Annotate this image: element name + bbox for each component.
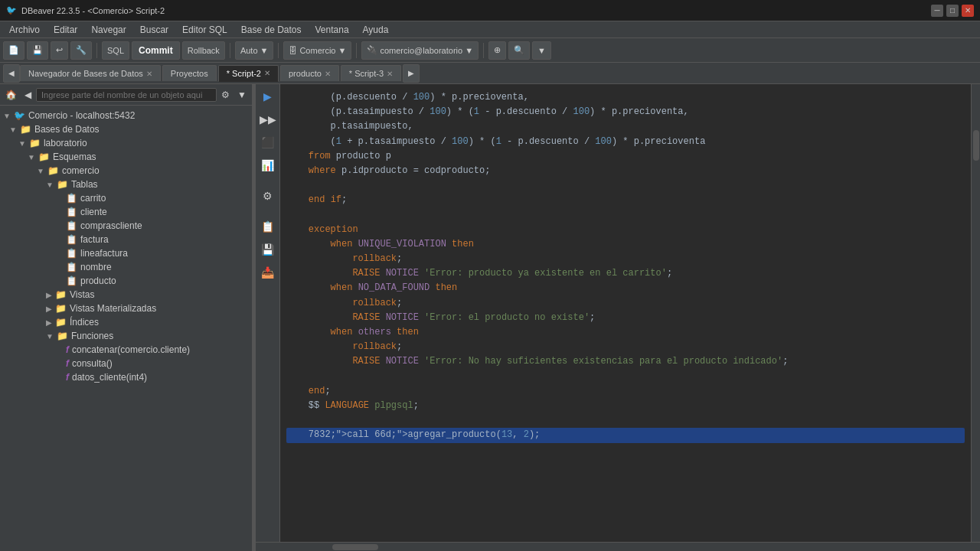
explain-button[interactable]: 📊: [259, 156, 277, 174]
tab-4[interactable]: * Script-3✕: [341, 65, 401, 81]
tree-item-19[interactable]: fdatos_cliente(int4): [0, 370, 252, 384]
tab-3[interactable]: producto✕: [280, 65, 339, 81]
import-button[interactable]: 📥: [259, 263, 277, 282]
save-button[interactable]: 💾: [27, 41, 48, 60]
save-result-button[interactable]: 💾: [259, 240, 277, 259]
code-line-19: [286, 370, 965, 384]
tree-item-7[interactable]: 📋cliente: [0, 205, 252, 219]
separator-1: [96, 43, 97, 58]
tree-item-17[interactable]: fconcatenar(comercio.cliente): [0, 343, 252, 357]
tree-item-5[interactable]: ▼📁Tablas: [0, 178, 252, 191]
new-script-button[interactable]: 📄: [3, 41, 24, 60]
main-tabbar: ◀ Navegador de Bases de Datos✕Proyectos*…: [0, 63, 980, 84]
code-line-15: RAISE NOTICE 'Error: el producto no exis…: [286, 311, 965, 325]
expand-arrow-16: ▼: [46, 332, 54, 341]
sidebar-back-button[interactable]: ◀: [21, 88, 34, 102]
db-label: Comercio: [299, 46, 335, 55]
tab-2[interactable]: * Script-2✕: [218, 65, 279, 82]
tree-item-13[interactable]: ▶📁Vistas: [0, 288, 252, 302]
history-button[interactable]: 📋: [259, 217, 277, 236]
tree-item-0[interactable]: ▼🐦Comercio - localhost:5432: [0, 109, 252, 122]
search-input[interactable]: [36, 88, 217, 102]
menubar-item-buscar[interactable]: Buscar: [134, 23, 175, 36]
tree-label-13: Vistas: [70, 289, 94, 300]
editor-area: ▶ ▶▶ ⬛ 📊 ⚙ 📋 💾 📥 (p.descuento / 100) * p…: [256, 84, 980, 551]
tree-item-9[interactable]: 📋factura: [0, 233, 252, 246]
add-button[interactable]: ⊕: [488, 41, 506, 60]
sql-button[interactable]: SQL: [102, 41, 129, 60]
tab-scroll-left[interactable]: ◀: [3, 64, 20, 83]
tab-0[interactable]: Navegador de Bases de Datos✕: [20, 65, 161, 81]
tree-label-6: carrito: [80, 193, 106, 204]
close-button[interactable]: ✕: [962, 5, 974, 17]
tree-label-1: Bases de Datos: [34, 124, 100, 135]
tree-icon-16: 📁: [57, 331, 68, 341]
tab-close-3[interactable]: ✕: [325, 70, 331, 78]
tree-item-12[interactable]: 📋producto: [0, 274, 252, 288]
stop-button[interactable]: ⬛: [259, 133, 277, 152]
tree-label-9: factura: [80, 234, 109, 245]
code-line-17: rollback;: [286, 340, 965, 354]
undo-button[interactable]: ↩: [51, 41, 68, 60]
settings-button[interactable]: 🔧: [70, 41, 92, 60]
menubar-item-base de datos[interactable]: Base de Datos: [235, 23, 308, 36]
menubar-item-archivo[interactable]: Archivo: [3, 23, 46, 36]
minimize-button[interactable]: ─: [931, 5, 943, 17]
tree-item-14[interactable]: ▶📁Vistas Materializadas: [0, 302, 252, 315]
search-button[interactable]: 🔍: [508, 41, 530, 60]
tree-item-15[interactable]: ▶📁Índices: [0, 315, 252, 329]
tree-item-8[interactable]: 📋comprascliente: [0, 219, 252, 233]
code-line-3: (1 + p.tasaimpuesto / 100) * (1 - p.desc…: [286, 135, 965, 149]
dropdown-arrow: ▼: [260, 46, 269, 55]
sidebar-filter-arrow[interactable]: ▼: [234, 88, 250, 102]
tree-item-16[interactable]: ▼📁Funciones: [0, 329, 252, 343]
tree-label-3: Esquemas: [53, 152, 96, 162]
menubar-item-editar[interactable]: Editar: [47, 23, 83, 36]
tree-icon-14: 📁: [55, 303, 67, 314]
menubar-item-editor sql[interactable]: Editor SQL: [176, 23, 234, 36]
tree-icon-5: 📁: [57, 179, 68, 190]
tree-item-10[interactable]: 📋lineafactura: [0, 246, 252, 260]
connection-selector[interactable]: 🔌 comercio@laboratorio ▼: [361, 41, 479, 60]
code-editor[interactable]: (p.descuento / 100) * p.precioventa, (p.…: [280, 84, 971, 542]
sidebar-filter-button[interactable]: ⚙: [218, 88, 233, 102]
menubar: ArchivoEditarNavegarBuscarEditor SQLBase…: [0, 21, 980, 38]
menubar-item-ventana[interactable]: Ventana: [309, 23, 355, 36]
code-line-4: from producto p: [286, 149, 965, 164]
menubar-item-navegar[interactable]: Navegar: [85, 23, 132, 36]
maximize-button[interactable]: □: [946, 5, 959, 17]
search-dropdown[interactable]: ▼: [532, 41, 551, 60]
format-button[interactable]: ⚙: [259, 187, 277, 205]
tree-item-6[interactable]: 📋carrito: [0, 191, 252, 205]
auto-dropdown[interactable]: Auto ▼: [235, 41, 274, 60]
tree-item-1[interactable]: ▼📁Bases de Datos: [0, 122, 252, 136]
db-dropdown-arrow: ▼: [338, 46, 346, 55]
tree-item-2[interactable]: ▼📁laboratorio: [0, 136, 252, 150]
tab-close-2[interactable]: ✕: [264, 69, 270, 77]
tab-label-1: Proyectos: [171, 69, 208, 78]
toolbar: 📄 💾 ↩ 🔧 SQL Commit Rollback Auto ▼ 🗄 Com…: [0, 38, 980, 63]
code-line-6: [286, 178, 965, 193]
tab-scroll-right[interactable]: ▶: [403, 64, 420, 83]
tab-close-4[interactable]: ✕: [387, 70, 393, 78]
code-line-12: RAISE NOTICE 'Error: producto ya existen…: [286, 266, 965, 281]
conn-dropdown-arrow: ▼: [465, 46, 473, 55]
tree-item-3[interactable]: ▼📁Esquemas: [0, 150, 252, 164]
tab-close-0[interactable]: ✕: [146, 70, 152, 78]
code-line-11: rollback;: [286, 252, 965, 266]
tree-item-11[interactable]: 📋nombre: [0, 260, 252, 274]
rollback-button[interactable]: Rollback: [182, 41, 225, 60]
menubar-item-ayuda[interactable]: Ayuda: [357, 23, 395, 36]
editor-scrollbar-h[interactable]: [256, 542, 980, 551]
sidebar-home-button[interactable]: 🏠: [2, 88, 20, 102]
tab-1[interactable]: Proyectos: [162, 65, 217, 81]
expand-arrow-4: ▼: [37, 167, 44, 175]
tree-item-4[interactable]: ▼📁comercio: [0, 164, 252, 178]
commit-button[interactable]: Commit: [132, 41, 180, 60]
db-selector[interactable]: 🗄 Comercio ▼: [283, 41, 351, 60]
run-button[interactable]: ▶: [259, 87, 277, 106]
run-script-button[interactable]: ▶▶: [259, 110, 277, 129]
tree-icon-4: 📁: [47, 165, 59, 176]
tree-item-18[interactable]: fconsulta(): [0, 357, 252, 370]
editor-scrollbar-v[interactable]: [971, 84, 980, 542]
